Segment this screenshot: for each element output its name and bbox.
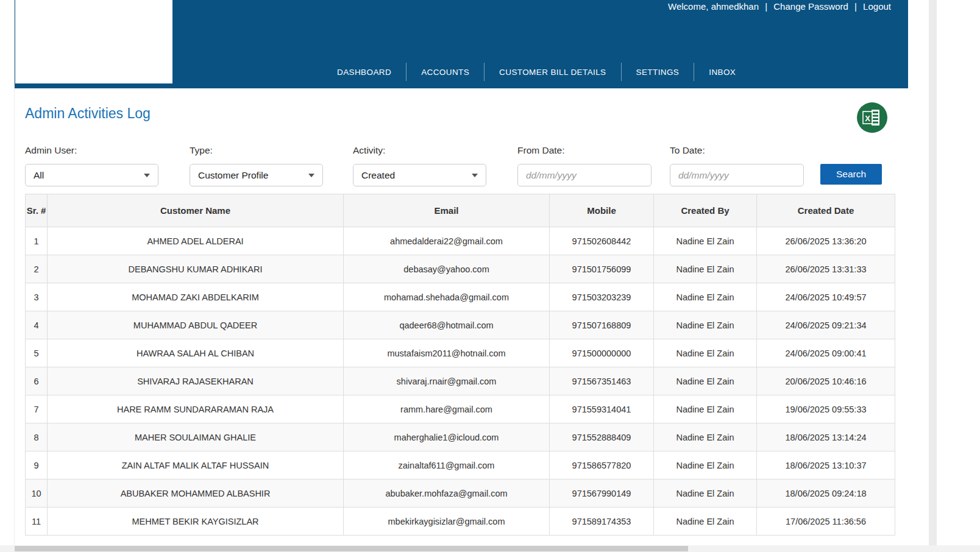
col-header-email: Email [344, 194, 550, 227]
cell-email: abubaker.mohfaza@gmail.com [344, 479, 550, 508]
activity-select[interactable]: Created [353, 164, 486, 186]
table-row: 3 MOHAMAD ZAKI ABDELKARIM mohamad.shehad… [26, 283, 895, 311]
export-excel-button[interactable]: X [856, 102, 888, 133]
welcome-text: Welcome, ahmedkhan [668, 1, 759, 12]
cell-created-by: Nadine El Zain [654, 367, 757, 395]
table-row: 8 MAHER SOULAIMAN GHALIE maherghalie1@ic… [26, 423, 895, 451]
table-row: 11 MEHMET BEKIR KAYGISIZLAR mbekirkaygis… [26, 508, 895, 536]
horizontal-scrollbar[interactable] [0, 545, 980, 552]
to-date-input[interactable] [670, 164, 804, 186]
cell-email: ahmedalderai22@gmail.com [344, 227, 550, 255]
cell-customer-name: AHMED ADEL ALDERAI [48, 227, 344, 255]
nav-item-accounts[interactable]: ACCOUNTS [407, 62, 484, 82]
cell-created-by: Nadine El Zain [654, 395, 757, 423]
cell-mobile: 971559314041 [550, 395, 654, 423]
cell-mobile: 971552888409 [550, 423, 654, 451]
cell-created-date: 20/06/2025 10:46:16 [757, 367, 895, 395]
cell-email: ramm.hare@gmail.com [344, 395, 550, 423]
cell-customer-name: DEBANGSHU KUMAR ADHIKARI [48, 255, 344, 283]
cell-sr: 11 [26, 508, 48, 536]
cell-mobile: 971503203239 [550, 283, 654, 311]
table-row: 1 AHMED ADEL ALDERAI ahmedalderai22@gmai… [26, 227, 895, 255]
cell-email: mustafaism2011@hotnail.com [344, 339, 550, 367]
table-row: 6 SHIVARAJ RAJASEKHARAN shivaraj.rnair@g… [26, 367, 895, 395]
vertical-scrollbar[interactable] [929, 0, 937, 545]
cell-created-by: Nadine El Zain [654, 423, 757, 451]
cell-customer-name: MAHER SOULAIMAN GHALIE [48, 423, 344, 451]
cell-mobile: 971501756099 [550, 255, 654, 283]
admin-user-label: Admin User: [25, 145, 158, 156]
to-date-label: To Date: [670, 145, 804, 156]
col-header-mobile: Mobile [550, 194, 654, 227]
cell-sr: 9 [26, 451, 48, 479]
from-date-input[interactable] [517, 164, 652, 186]
cell-created-date: 26/06/2025 13:31:33 [757, 255, 895, 283]
filter-from-date: From Date: [517, 145, 652, 186]
cell-sr: 6 [26, 367, 48, 395]
filter-admin-user: Admin User: All [25, 145, 158, 186]
table-row: 2 DEBANGSHU KUMAR ADHIKARI debasay@yahoo… [26, 255, 895, 283]
cell-customer-name: MOHAMAD ZAKI ABDELKARIM [48, 283, 344, 311]
svg-text:X: X [865, 114, 870, 123]
cell-sr: 5 [26, 339, 48, 367]
type-select[interactable]: Customer Profile [190, 164, 323, 186]
topbar-separator: | [854, 1, 857, 12]
cell-email: maherghalie1@icloud.com [344, 423, 550, 451]
cell-email: debasay@yahoo.com [344, 255, 550, 283]
nav-item-dashboard[interactable]: DASHBOARD [322, 62, 406, 82]
cell-created-date: 24/06/2025 09:21:34 [757, 311, 895, 339]
cell-created-date: 18/06/2025 13:14:24 [757, 423, 895, 451]
cell-created-by: Nadine El Zain [654, 508, 757, 536]
filter-type: Type: Customer Profile [190, 145, 323, 186]
activities-table: Sr. # Customer Name Email Mobile Created… [25, 194, 895, 536]
cell-sr: 3 [26, 283, 48, 311]
admin-user-select[interactable]: All [25, 164, 158, 186]
chevron-down-icon [308, 174, 314, 177]
admin-user-selected-value: All [34, 170, 44, 181]
cell-sr: 4 [26, 311, 48, 339]
cell-created-date: 18/06/2025 13:10:37 [757, 451, 895, 479]
cell-created-by: Nadine El Zain [654, 311, 757, 339]
nav-item-inbox[interactable]: INBOX [694, 62, 750, 82]
cell-created-date: 19/06/2025 09:55:33 [757, 395, 895, 423]
excel-export-icon: X [856, 102, 888, 133]
col-header-created-by: Created By [654, 194, 757, 227]
app-header: Welcome, ahmedkhan | Change Password | L… [15, 0, 908, 88]
nav-item-customer-bill-details[interactable]: CUSTOMER BILL DETAILS [485, 62, 620, 82]
cell-customer-name: ABUBAKER MOHAMMED ALBASHIR [48, 479, 344, 508]
cell-sr: 10 [26, 479, 48, 508]
main-content: Admin Activities Log X Admin User: All [15, 88, 908, 552]
activities-table-body: 1 AHMED ADEL ALDERAI ahmedalderai22@gmai… [26, 227, 895, 536]
cell-mobile: 971586577820 [550, 451, 654, 479]
cell-created-date: 24/06/2025 09:00:41 [757, 339, 895, 367]
cell-customer-name: HARE RAMM SUNDARARAMAN RAJA [48, 395, 344, 423]
cell-email: mohamad.shehada@gmail.com [344, 283, 550, 311]
table-row: 4 MUHAMMAD ABDUL QADEER qadeer68@hotmail… [26, 311, 895, 339]
topbar-separator: | [765, 1, 767, 12]
nav-item-settings[interactable]: SETTINGS [622, 62, 694, 82]
cell-customer-name: ZAIN ALTAF MALIK ALTAF HUSSAIN [48, 451, 344, 479]
search-button[interactable]: Search [820, 164, 882, 185]
page-title: Admin Activities Log [25, 105, 151, 122]
col-header-sr: Sr. # [26, 194, 48, 227]
app-logo [15, 0, 172, 83]
cell-created-by: Nadine El Zain [654, 479, 757, 508]
activities-table-head: Sr. # Customer Name Email Mobile Created… [26, 194, 895, 227]
cell-email: zainaltaf611@gmail.com [344, 451, 550, 479]
cell-created-date: 18/06/2025 09:24:18 [757, 479, 895, 508]
cell-created-date: 17/06/2025 11:36:56 [757, 508, 895, 536]
cell-created-date: 26/06/2025 13:36:20 [757, 227, 895, 255]
table-row: 7 HARE RAMM SUNDARARAMAN RAJA ramm.hare@… [26, 395, 895, 423]
change-password-link[interactable]: Change Password [773, 1, 848, 12]
main-nav: DASHBOARD ACCOUNTS CUSTOMER BILL DETAILS… [322, 62, 750, 82]
table-row: 9 ZAIN ALTAF MALIK ALTAF HUSSAIN zainalt… [26, 451, 895, 479]
cell-email: shivaraj.rnair@gmail.com [344, 367, 550, 395]
type-selected-value: Customer Profile [198, 170, 268, 181]
logout-link[interactable]: Logout [863, 1, 891, 12]
cell-customer-name: SHIVARAJ RAJASEKHARAN [48, 367, 344, 395]
activity-label: Activity: [353, 145, 486, 156]
cell-created-by: Nadine El Zain [654, 227, 757, 255]
col-header-customer-name: Customer Name [48, 194, 344, 227]
horizontal-scrollbar-thumb[interactable] [15, 546, 688, 551]
cell-created-by: Nadine El Zain [654, 339, 757, 367]
